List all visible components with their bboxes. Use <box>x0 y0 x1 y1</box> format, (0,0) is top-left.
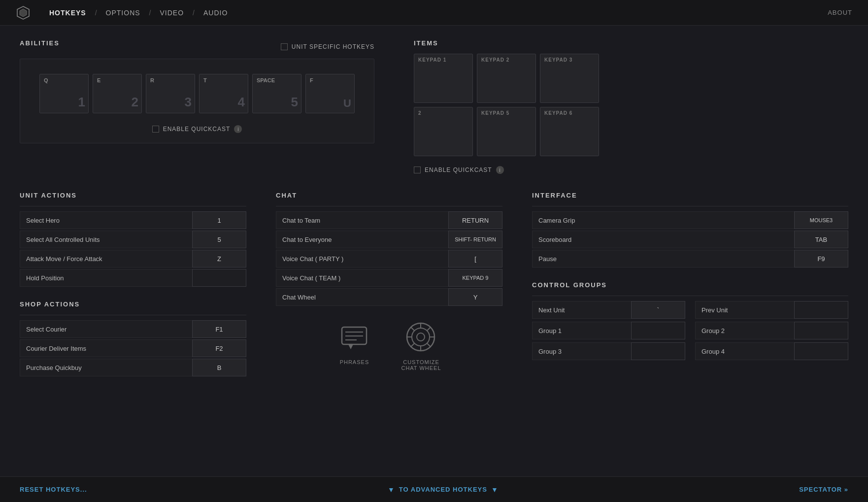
nav-about[interactable]: ABOUT <box>828 9 852 16</box>
abilities-quickcast-label: ENABLE QUICKCAST <box>163 126 231 133</box>
action-row-hold-position: Hold Position <box>20 269 246 287</box>
action-key-prev-unit[interactable] <box>794 301 848 319</box>
action-label-pause: Pause <box>532 250 794 268</box>
action-label-chat-team: Chat to Team <box>276 211 448 229</box>
action-key-group1[interactable] <box>631 322 685 339</box>
advanced-hotkeys-button[interactable]: ▼ TO ADVANCED HOTKEYS ▼ <box>388 486 499 494</box>
ability-slot-5[interactable]: SPACE 5 <box>252 74 301 113</box>
ability-num-u: U <box>343 97 351 110</box>
reset-button[interactable]: RESET HOTKEYS... <box>20 486 87 493</box>
unit-specific-checkbox[interactable] <box>281 43 288 50</box>
item-slot-5[interactable]: KEYPAD 5 <box>477 107 536 156</box>
svg-line-17 <box>411 343 414 347</box>
nav-video[interactable]: VIDEO <box>151 9 193 17</box>
abilities-box: Q 1 E 2 R 3 T 4 <box>20 59 374 143</box>
svg-point-9 <box>417 333 425 341</box>
item-slot-6[interactable]: KEYPAD 6 <box>540 107 599 156</box>
abilities-quickcast-row: ENABLE QUICKCAST i <box>30 125 364 133</box>
item-slot-1[interactable]: KEYPAD 1 <box>414 54 473 103</box>
action-label-chat-wheel: Chat Wheel <box>276 288 448 306</box>
unit-specific-label: UNIT SPECIFIC HOTKEYS <box>292 43 374 50</box>
item-slot-4[interactable]: 2 <box>414 107 473 156</box>
ability-slot-6[interactable]: F U <box>305 74 355 113</box>
action-key-group4[interactable] <box>794 342 848 360</box>
action-key-scoreboard[interactable]: TAB <box>794 231 848 248</box>
nav-options[interactable]: OPTIONS <box>97 9 149 17</box>
item-slot-3[interactable]: KEYPAD 3 <box>540 54 599 103</box>
cg-row-1: Next Unit ` Prev Unit <box>532 301 848 320</box>
abilities-quickcast-info-icon[interactable]: i <box>234 125 242 133</box>
action-label-select-all: Select All Controlled Units <box>20 231 192 248</box>
item-key-5: KEYPAD 5 <box>481 110 509 116</box>
chat-divider <box>276 206 502 206</box>
action-label-attack-move: Attack Move / Force Attack <box>20 250 192 268</box>
ability-num-5: 5 <box>291 95 298 110</box>
ability-num-1: 1 <box>78 95 85 110</box>
action-key-voice-party[interactable]: [ <box>448 250 502 268</box>
action-key-next-unit[interactable]: ` <box>631 301 685 319</box>
cg-row-2: Group 1 Group 2 <box>532 322 848 341</box>
ability-num-2: 2 <box>132 95 138 110</box>
action-key-attack-move[interactable]: Z <box>192 250 246 268</box>
action-key-pause[interactable]: F9 <box>794 250 848 268</box>
action-row-group4: Group 4 <box>695 342 848 360</box>
items-grid: KEYPAD 1 KEYPAD 2 KEYPAD 3 2 KEYPAD 5 KE… <box>414 54 660 156</box>
chevron-down-left-icon: ▼ <box>388 486 395 494</box>
action-label-prev-unit: Prev Unit <box>695 301 794 319</box>
chatwheel-button[interactable]: CUSTOMIZE CHAT WHEEL <box>401 320 441 371</box>
action-key-courier-deliver[interactable]: F2 <box>192 339 246 357</box>
abilities-header: ABILITIES UNIT SPECIFIC HOTKEYS <box>20 39 374 54</box>
shop-actions-title: SHOP ACTIONS <box>20 301 246 308</box>
items-quickcast-info-icon[interactable]: i <box>496 166 504 174</box>
svg-line-16 <box>427 327 431 331</box>
nav-audio[interactable]: AUDIO <box>195 9 236 17</box>
action-key-chat-team[interactable]: RETURN <box>448 211 502 229</box>
action-label-select-courier: Select Courier <box>20 320 192 338</box>
ability-slot-3[interactable]: R 3 <box>146 74 195 113</box>
item-slot-2[interactable]: KEYPAD 2 <box>477 54 536 103</box>
action-label-group3: Group 3 <box>532 342 631 360</box>
action-key-group3[interactable] <box>631 342 685 360</box>
action-row-prev-unit: Prev Unit <box>695 301 848 319</box>
shop-actions-divider <box>20 315 246 315</box>
nav-hotkeys[interactable]: HOTKEYS <box>40 9 95 17</box>
items-quickcast-row: ENABLE QUICKCAST i <box>414 166 660 174</box>
action-key-chat-wheel[interactable]: Y <box>448 288 502 306</box>
ability-key-q: Q <box>44 77 48 83</box>
svg-marker-1 <box>20 9 27 17</box>
spectator-button[interactable]: SPECTATOR » <box>799 486 848 493</box>
action-label-courier-deliver: Courier Deliver Items <box>20 339 192 357</box>
right-column: INTERFACE Camera Grip MOUSE3 Scoreboard … <box>532 192 848 390</box>
phrases-button[interactable]: PHRASES <box>337 320 371 371</box>
action-label-next-unit: Next Unit <box>532 301 631 319</box>
bottom-bar: RESET HOTKEYS... ▼ TO ADVANCED HOTKEYS ▼… <box>0 476 868 502</box>
action-row-group1: Group 1 <box>532 322 685 339</box>
action-key-chat-everyone[interactable]: SHIFT- RETURN <box>448 231 502 248</box>
action-key-camera-grip[interactable]: MOUSE3 <box>794 211 848 229</box>
action-key-purchase-quickbuy[interactable]: B <box>192 359 246 376</box>
chatwheel-icon <box>404 320 438 354</box>
ability-slot-2[interactable]: E 2 <box>93 74 142 113</box>
action-key-select-all[interactable]: 5 <box>192 231 246 248</box>
ability-key-space: SPACE <box>257 77 275 83</box>
action-row-select-courier: Select Courier F1 <box>20 320 246 338</box>
action-key-select-hero[interactable]: 1 <box>192 211 246 229</box>
action-key-hold-position[interactable] <box>192 269 246 287</box>
action-label-select-hero: Select Hero <box>20 211 192 229</box>
item-key-2: KEYPAD 2 <box>481 57 509 63</box>
action-key-group2[interactable] <box>794 322 848 339</box>
items-quickcast-checkbox[interactable] <box>414 167 421 173</box>
action-key-select-courier[interactable]: F1 <box>192 320 246 338</box>
items-title: ITEMS <box>414 39 660 47</box>
svg-line-15 <box>427 343 431 347</box>
action-key-voice-team[interactable]: KEYPAD 9 <box>448 269 502 287</box>
action-label-purchase-quickbuy: Purchase Quickbuy <box>20 359 192 376</box>
unit-actions-title: UNIT ACTIONS <box>20 192 246 199</box>
abilities-quickcast-checkbox[interactable] <box>152 126 159 133</box>
item-key-6: KEYPAD 6 <box>544 110 572 116</box>
abilities-section: ABILITIES UNIT SPECIFIC HOTKEYS Q 1 E 2 <box>20 39 374 174</box>
top-row: ABILITIES UNIT SPECIFIC HOTKEYS Q 1 E 2 <box>20 39 848 174</box>
ability-slot-4[interactable]: T 4 <box>199 74 248 113</box>
ability-slot-1[interactable]: Q 1 <box>39 74 89 113</box>
ability-num-3: 3 <box>185 95 192 110</box>
